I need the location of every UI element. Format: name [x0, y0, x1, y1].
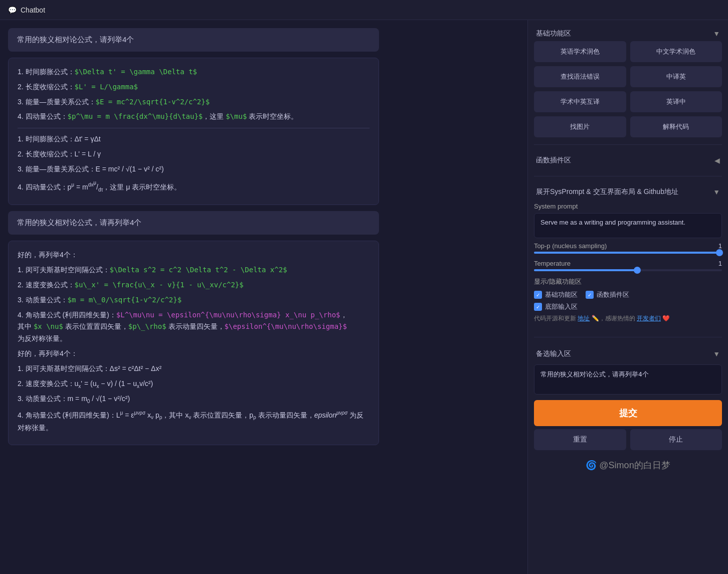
sysprompt-section: 展开SysPrompt & 交互界面布局 & Github地址 ▼ System…: [534, 183, 722, 330]
top-p-thumb: [716, 249, 723, 256]
credit-heart: ❤️: [662, 315, 670, 322]
credit-text1: 代码开源和更新: [534, 315, 576, 322]
divider-plugin-sysprompt: [534, 176, 722, 176]
sysprompt-header[interactable]: 展开SysPrompt & 交互界面布局 & Github地址 ▼: [534, 183, 722, 201]
checkbox-basic-label: 基础功能区: [545, 290, 578, 299]
checkbox-basic[interactable]: ✓ 基础功能区: [534, 290, 578, 299]
basic-functions-grid: 英语学术润色 中文学术润色 查找语法错误 中译英 学术中英互译 英译中 找图片 …: [534, 41, 722, 137]
user-message-2-text: 常用的狭义相对论公式，请再列举4个: [17, 218, 141, 227]
plugin-section-title: 函数插件区: [536, 156, 571, 165]
top-p-slider[interactable]: [534, 252, 722, 254]
assistant-msg2-latex: 1. 闵可夫斯基时空间隔公式：$\Delta s^2 = c^2 \Delta …: [18, 264, 370, 345]
temperature-row: Temperature 1: [534, 260, 722, 267]
sysprompt-toggle-arrow: ▼: [713, 188, 720, 196]
checkbox-row-1: ✓ 基础功能区 ✓ 函数插件区: [534, 290, 722, 299]
system-prompt-label: System prompt: [534, 203, 722, 210]
weibo-watermark: 🌀 @Simon的白日梦: [534, 455, 722, 475]
user-message-1: 常用的狭义相对论公式，请列举4个: [8, 28, 379, 52]
alt-input-arrow: ▼: [713, 350, 720, 358]
temperature-label: Temperature: [534, 260, 571, 267]
credit-contrib-link[interactable]: 开发者们: [637, 315, 661, 322]
btn-grammar-check[interactable]: 查找语法错误: [534, 66, 626, 87]
assistant-msg1-latex: 1. 时间膨胀公式：$\Delta t' = \gamma \Delta t$ …: [18, 66, 370, 123]
app-title: Chatbot: [21, 6, 45, 14]
checkbox-plugin-label: 函数插件区: [597, 290, 629, 299]
assistant-message-2: 好的，再列举4个： 1. 闵可夫斯基时空间隔公式：$\Delta s^2 = c…: [8, 241, 379, 445]
assistant-msg2-intro: 好的，再列举4个：: [18, 249, 370, 261]
main-layout: 常用的狭义相对论公式，请列举4个 1. 时间膨胀公式：$\Delta t' = …: [0, 20, 728, 574]
top-p-row: Top-p (nucleus sampling) 1: [534, 242, 722, 250]
temperature-thumb: [634, 267, 641, 274]
app-header: 💬 Chatbot: [0, 0, 728, 20]
chat-icon: 💬: [8, 6, 17, 14]
user-message-1-text: 常用的狭义相对论公式，请列举4个: [17, 35, 134, 44]
sysprompt-title: 展开SysPrompt & 交互界面布局 & Github地址: [536, 187, 678, 197]
formula-4-latex: $p^\mu = m \frac{dx^\mu}{d\tau}$: [68, 112, 203, 120]
basic-functions-arrow: ▼: [713, 30, 720, 38]
btn-chinese-to-english[interactable]: 中译英: [630, 66, 722, 87]
stop-button[interactable]: 停止: [630, 429, 722, 450]
submit-button[interactable]: 提交: [534, 400, 722, 426]
sidebar: 基础功能区 ▼ 英语学术润色 中文学术润色 查找语法错误 中译英 学术中英互译 …: [527, 20, 728, 574]
chat-area: 常用的狭义相对论公式，请列举4个 1. 时间膨胀公式：$\Delta t' = …: [0, 20, 527, 574]
plugin-arrow: ◀: [714, 156, 720, 164]
alt-input-section: 备选输入区 ▼ 常用的狭义相对论公式，请再列举4个 提交 重置 停止: [534, 346, 722, 450]
alt-input-header: 备选输入区 ▼: [534, 346, 722, 361]
btn-english-to-chinese[interactable]: 英译中: [630, 91, 722, 112]
temperature-value: 1: [718, 260, 722, 267]
alt-input-textarea[interactable]: 常用的狭义相对论公式，请再列举4个: [534, 364, 722, 395]
checkbox-bottom-input[interactable]: ✓ 底部输入区: [534, 302, 578, 311]
assistant-msg2-rendered: 1. 闵可夫斯基时空间隔公式：Δs² = c²Δt² − Δx² 2. 速度变换…: [18, 363, 370, 434]
temperature-slider[interactable]: [534, 269, 722, 271]
temperature-fill: [534, 269, 637, 271]
top-p-value: 1: [718, 242, 722, 250]
credit-pencil: ✏️: [592, 315, 599, 322]
btn-find-image[interactable]: 找图片: [534, 116, 626, 137]
reset-button[interactable]: 重置: [534, 429, 626, 450]
visibility-section: 显示/隐藏功能区 ✓ 基础功能区 ✓ 函数插件区 ✓: [534, 277, 722, 311]
btn-chinese-polish[interactable]: 中文学术润色: [630, 41, 722, 62]
user-message-2: 常用的狭义相对论公式，请再列举4个: [8, 211, 379, 235]
btn-academic-translate[interactable]: 学术中英互译: [534, 91, 626, 112]
plugin-section-header: 函数插件区 ◀: [534, 152, 722, 169]
plugin-section: 函数插件区 ◀: [534, 152, 722, 169]
divider-basic-plugin: [534, 144, 722, 145]
assistant-message-1: 1. 时间膨胀公式：$\Delta t' = \gamma \Delta t$ …: [8, 58, 379, 205]
checkbox-plugin-box: ✓: [586, 291, 594, 299]
btn-english-polish[interactable]: 英语学术润色: [534, 41, 626, 62]
checkbox-row-2: ✓ 底部输入区: [534, 302, 722, 311]
checkbox-plugin[interactable]: ✓ 函数插件区: [586, 290, 629, 299]
bottom-btn-row: 重置 停止: [534, 429, 722, 450]
formula-3-latex: $E = mc^2/\sqrt{1-v^2/c^2}$: [96, 98, 210, 106]
checkbox-bottom-input-box: ✓: [534, 303, 542, 311]
top-p-fill: [534, 252, 722, 254]
credit-link[interactable]: 地址: [578, 315, 590, 322]
checkbox-basic-box: ✓: [534, 291, 542, 299]
divider-sysprompt-alt: [534, 337, 722, 337]
weibo-text: 🌀 @Simon的白日梦: [586, 460, 670, 470]
visibility-title: 显示/隐藏功能区: [534, 277, 722, 286]
formula-4-mu: $\mu$: [226, 112, 247, 120]
credit-line: 代码开源和更新 地址 ✏️，感谢热情的 开发者们 ❤️: [534, 314, 722, 323]
system-prompt-value: Serve me as a writing and programming as…: [534, 213, 722, 238]
sysprompt-content: System prompt Serve me as a writing and …: [534, 201, 722, 330]
top-p-label: Top-p (nucleus sampling): [534, 242, 607, 250]
assistant-msg1-rendered: 1. 时间膨胀公式：Δt' = γΔt 2. 长度收缩公式：L' = L / γ…: [18, 133, 370, 194]
basic-functions-title: 基础功能区: [536, 29, 571, 38]
divider-1: [18, 128, 370, 128]
formula-1-latex: $\Delta t' = \gamma \Delta t$: [75, 68, 197, 76]
checkbox-bottom-input-label: 底部输入区: [545, 302, 578, 311]
btn-explain-code[interactable]: 解释代码: [630, 116, 722, 137]
alt-input-title: 备选输入区: [536, 349, 571, 358]
basic-functions-header: 基础功能区 ▼: [534, 26, 722, 41]
formula-2-latex: $L' = L/\gamma$: [75, 83, 138, 91]
basic-functions-section: 基础功能区 ▼ 英语学术润色 中文学术润色 查找语法错误 中译英 学术中英互译 …: [534, 26, 722, 137]
